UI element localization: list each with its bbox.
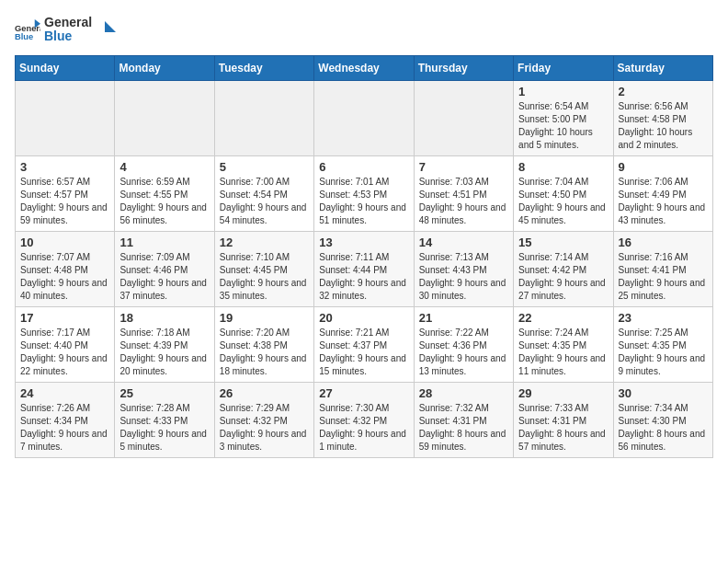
calendar-cell: [16, 80, 115, 155]
calendar-table: SundayMondayTuesdayWednesdayThursdayFrid…: [15, 55, 713, 458]
calendar-week-4: 17Sunrise: 7:17 AM Sunset: 4:40 PM Dayli…: [16, 306, 713, 382]
day-info: Sunrise: 7:28 AM Sunset: 4:33 PM Dayligh…: [119, 402, 209, 454]
day-number: 9: [619, 160, 708, 174]
calendar-cell: 29Sunrise: 7:33 AM Sunset: 4:31 PM Dayli…: [514, 382, 613, 457]
calendar-cell: 14Sunrise: 7:13 AM Sunset: 4:43 PM Dayli…: [414, 231, 513, 306]
calendar-cell: 10Sunrise: 7:07 AM Sunset: 4:48 PM Dayli…: [16, 231, 115, 306]
day-number: 25: [119, 386, 209, 400]
day-info: Sunrise: 7:10 AM Sunset: 4:45 PM Dayligh…: [220, 251, 309, 303]
calendar-cell: 11Sunrise: 7:09 AM Sunset: 4:46 PM Dayli…: [115, 231, 214, 306]
calendar-cell: 24Sunrise: 7:26 AM Sunset: 4:34 PM Dayli…: [16, 382, 115, 457]
calendar-week-1: 1Sunrise: 6:54 AM Sunset: 5:00 PM Daylig…: [16, 80, 713, 155]
day-number: 27: [319, 386, 408, 400]
calendar-week-5: 24Sunrise: 7:26 AM Sunset: 4:34 PM Dayli…: [16, 382, 713, 457]
day-number: 22: [518, 311, 608, 325]
calendar-cell: 19Sunrise: 7:20 AM Sunset: 4:38 PM Dayli…: [214, 306, 313, 382]
calendar-cell: 3Sunrise: 6:57 AM Sunset: 4:57 PM Daylig…: [16, 155, 115, 231]
calendar-cell: 28Sunrise: 7:32 AM Sunset: 4:31 PM Dayli…: [414, 382, 513, 457]
calendar-cell: 6Sunrise: 7:01 AM Sunset: 4:53 PM Daylig…: [314, 155, 414, 231]
calendar-cell: 7Sunrise: 7:03 AM Sunset: 4:51 PM Daylig…: [414, 155, 513, 231]
day-info: Sunrise: 7:00 AM Sunset: 4:54 PM Dayligh…: [220, 176, 309, 227]
day-number: 15: [518, 236, 608, 249]
day-info: Sunrise: 7:09 AM Sunset: 4:46 PM Dayligh…: [119, 251, 209, 303]
calendar-cell: 23Sunrise: 7:25 AM Sunset: 4:35 PM Dayli…: [613, 306, 712, 382]
day-info: Sunrise: 7:04 AM Sunset: 4:50 PM Dayligh…: [518, 176, 608, 227]
day-info: Sunrise: 6:59 AM Sunset: 4:55 PM Dayligh…: [119, 176, 209, 227]
day-info: Sunrise: 7:20 AM Sunset: 4:38 PM Dayligh…: [220, 327, 309, 378]
svg-marker-3: [105, 21, 116, 32]
day-info: Sunrise: 7:33 AM Sunset: 4:31 PM Dayligh…: [518, 402, 608, 454]
day-header-friday: Friday: [514, 55, 613, 80]
day-info: Sunrise: 7:13 AM Sunset: 4:43 PM Dayligh…: [419, 251, 508, 303]
day-header-saturday: Saturday: [613, 55, 712, 80]
day-header-monday: Monday: [115, 55, 214, 80]
day-info: Sunrise: 7:14 AM Sunset: 4:42 PM Dayligh…: [518, 251, 608, 303]
calendar-cell: 12Sunrise: 7:10 AM Sunset: 4:45 PM Dayli…: [214, 231, 313, 306]
day-header-sunday: Sunday: [16, 55, 115, 80]
calendar-cell: 25Sunrise: 7:28 AM Sunset: 4:33 PM Dayli…: [115, 382, 214, 457]
logo-blue-text: Blue: [44, 29, 92, 44]
calendar-week-2: 3Sunrise: 6:57 AM Sunset: 4:57 PM Daylig…: [16, 155, 713, 231]
day-info: Sunrise: 7:22 AM Sunset: 4:36 PM Dayligh…: [419, 327, 508, 378]
day-info: Sunrise: 6:54 AM Sunset: 5:00 PM Dayligh…: [518, 100, 608, 152]
day-header-wednesday: Wednesday: [314, 55, 414, 80]
logo: General Blue General Blue: [15, 15, 116, 44]
logo-triangle-icon: [96, 19, 116, 40]
calendar-cell: [214, 80, 313, 155]
calendar-cell: 8Sunrise: 7:04 AM Sunset: 4:50 PM Daylig…: [514, 155, 613, 231]
day-header-tuesday: Tuesday: [214, 55, 313, 80]
day-number: 21: [419, 311, 508, 325]
calendar-cell: 26Sunrise: 7:29 AM Sunset: 4:32 PM Dayli…: [214, 382, 313, 457]
day-info: Sunrise: 7:18 AM Sunset: 4:39 PM Dayligh…: [119, 327, 209, 378]
svg-text:Blue: Blue: [15, 32, 33, 41]
logo-icon: General Blue: [15, 17, 40, 42]
calendar-cell: 9Sunrise: 7:06 AM Sunset: 4:49 PM Daylig…: [613, 155, 712, 231]
day-info: Sunrise: 7:32 AM Sunset: 4:31 PM Dayligh…: [419, 402, 508, 454]
day-info: Sunrise: 7:26 AM Sunset: 4:34 PM Dayligh…: [20, 402, 109, 454]
calendar-cell: [115, 80, 214, 155]
day-number: 7: [419, 160, 508, 174]
calendar-cell: 15Sunrise: 7:14 AM Sunset: 4:42 PM Dayli…: [514, 231, 613, 306]
day-info: Sunrise: 7:34 AM Sunset: 4:30 PM Dayligh…: [619, 402, 708, 454]
calendar-cell: 18Sunrise: 7:18 AM Sunset: 4:39 PM Dayli…: [115, 306, 214, 382]
day-info: Sunrise: 7:25 AM Sunset: 4:35 PM Dayligh…: [619, 327, 708, 378]
day-info: Sunrise: 7:17 AM Sunset: 4:40 PM Dayligh…: [20, 327, 109, 378]
day-number: 10: [20, 236, 109, 249]
calendar-cell: 2Sunrise: 6:56 AM Sunset: 4:58 PM Daylig…: [613, 80, 712, 155]
day-number: 14: [419, 236, 508, 249]
calendar-cell: 30Sunrise: 7:34 AM Sunset: 4:30 PM Dayli…: [613, 382, 712, 457]
day-number: 2: [619, 85, 708, 98]
day-number: 30: [619, 386, 708, 400]
calendar-cell: 16Sunrise: 7:16 AM Sunset: 4:41 PM Dayli…: [613, 231, 712, 306]
day-info: Sunrise: 7:29 AM Sunset: 4:32 PM Dayligh…: [220, 402, 309, 454]
day-number: 20: [319, 311, 408, 325]
day-info: Sunrise: 7:11 AM Sunset: 4:44 PM Dayligh…: [319, 251, 408, 303]
calendar-cell: 20Sunrise: 7:21 AM Sunset: 4:37 PM Dayli…: [314, 306, 414, 382]
day-number: 18: [119, 311, 209, 325]
day-info: Sunrise: 6:56 AM Sunset: 4:58 PM Dayligh…: [619, 100, 708, 152]
day-number: 26: [220, 386, 309, 400]
day-number: 12: [220, 236, 309, 249]
day-number: 13: [319, 236, 408, 249]
calendar-cell: [414, 80, 513, 155]
page-header: General Blue General Blue: [15, 15, 713, 44]
day-number: 17: [20, 311, 109, 325]
calendar-cell: 21Sunrise: 7:22 AM Sunset: 4:36 PM Dayli…: [414, 306, 513, 382]
day-number: 8: [518, 160, 608, 174]
calendar-cell: 13Sunrise: 7:11 AM Sunset: 4:44 PM Dayli…: [314, 231, 414, 306]
calendar-cell: 17Sunrise: 7:17 AM Sunset: 4:40 PM Dayli…: [16, 306, 115, 382]
day-number: 11: [119, 236, 209, 249]
day-number: 16: [619, 236, 708, 249]
day-number: 29: [518, 386, 608, 400]
calendar-cell: 4Sunrise: 6:59 AM Sunset: 4:55 PM Daylig…: [115, 155, 214, 231]
day-number: 5: [220, 160, 309, 174]
day-number: 24: [20, 386, 109, 400]
header-row: SundayMondayTuesdayWednesdayThursdayFrid…: [16, 55, 713, 80]
day-number: 23: [619, 311, 708, 325]
day-info: Sunrise: 7:03 AM Sunset: 4:51 PM Dayligh…: [419, 176, 508, 227]
calendar-cell: 22Sunrise: 7:24 AM Sunset: 4:35 PM Dayli…: [514, 306, 613, 382]
calendar-cell: [314, 80, 414, 155]
day-header-thursday: Thursday: [414, 55, 513, 80]
day-number: 19: [220, 311, 309, 325]
day-number: 28: [419, 386, 508, 400]
